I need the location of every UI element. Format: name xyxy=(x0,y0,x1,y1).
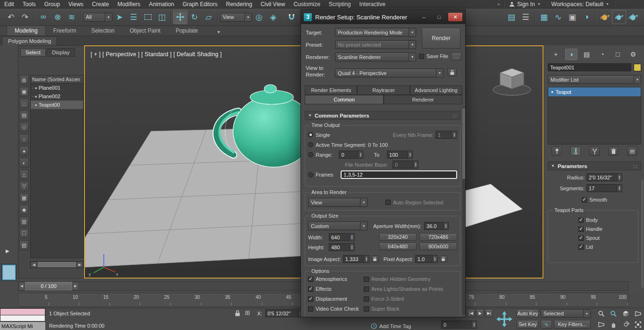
auto-key-button[interactable]: Auto Key xyxy=(517,309,539,318)
selection-lock-icon[interactable] xyxy=(234,310,241,317)
mini-curve-editor-icon[interactable]: ∿ xyxy=(541,320,552,329)
spinner-icon[interactable] xyxy=(364,255,369,262)
modify-tab-icon[interactable]: ◑ xyxy=(565,49,577,60)
height-field[interactable]: 480 xyxy=(329,243,355,251)
explorer-tool-icon[interactable]: ▥ xyxy=(19,217,29,227)
explorer-tool-icon[interactable]: ▽ xyxy=(19,181,29,191)
range-radio[interactable]: Range: xyxy=(308,152,332,158)
set-key-button[interactable]: Set Key xyxy=(517,320,539,329)
explorer-tool-icon[interactable]: ○ xyxy=(19,134,29,144)
display-tab-icon[interactable]: □ xyxy=(611,49,624,60)
explorer-tool-icon[interactable]: ☐ xyxy=(19,228,29,238)
radio-icon[interactable] xyxy=(308,152,313,157)
radius-field[interactable]: 2'0 16/32" xyxy=(586,173,622,181)
checkbox-icon[interactable] xyxy=(308,306,313,312)
command-panel-scrollbar[interactable] xyxy=(641,179,644,288)
explorer-tool-icon[interactable]: ▦ xyxy=(19,193,29,203)
goto-end-icon[interactable]: ▶| xyxy=(485,309,493,317)
aperture-field[interactable]: 36.0 xyxy=(424,222,449,230)
ribbon-tab[interactable]: Freeform xyxy=(46,26,84,35)
select-object-icon[interactable]: ➤ xyxy=(112,10,126,24)
auto-region-checkbox[interactable]: Auto Region Selected xyxy=(385,200,443,205)
resolution-preset-button[interactable]: 640x480 xyxy=(379,243,417,250)
checkbox-icon[interactable] xyxy=(308,296,313,302)
pan-icon[interactable] xyxy=(608,320,619,330)
show-end-result-icon[interactable] xyxy=(570,146,581,156)
fov-icon[interactable] xyxy=(595,320,607,330)
spinner-icon[interactable] xyxy=(349,244,354,251)
polygon-modeling-panel-tab[interactable]: Polygon Modeling xyxy=(2,36,57,45)
menu-item[interactable]: Civil View xyxy=(256,0,289,8)
spinner-icon[interactable] xyxy=(432,255,437,262)
close-icon[interactable]: ✕ xyxy=(448,13,462,21)
spinner-icon[interactable] xyxy=(443,222,448,229)
scrollbar-thumb[interactable] xyxy=(38,262,76,267)
select-by-name-icon[interactable]: ☰ xyxy=(126,10,141,24)
select-and-scale-icon[interactable]: ▱ xyxy=(201,10,216,24)
range-from-field[interactable]: 0 xyxy=(339,151,363,159)
menu-item[interactable]: Group xyxy=(40,0,64,8)
spinner-icon[interactable] xyxy=(617,185,622,192)
active-time-segment-radio[interactable]: Active Time Segment: xyxy=(308,142,366,148)
menu-item[interactable]: Scripting xyxy=(325,0,355,8)
hierarchy-tab-icon[interactable]: ▤ xyxy=(581,49,593,60)
select-and-move-icon[interactable] xyxy=(173,10,187,24)
select-and-rotate-icon[interactable]: ↻ xyxy=(187,10,201,24)
snap-toggle-icon[interactable] xyxy=(284,10,299,24)
orbit-icon[interactable] xyxy=(620,320,631,330)
next-frame-icon[interactable]: ▶ xyxy=(72,282,79,290)
view-cube[interactable] xyxy=(493,68,531,95)
menu-item[interactable]: Views xyxy=(64,0,88,8)
range-to-field[interactable]: 100 xyxy=(387,151,413,159)
key-filters-button[interactable]: Key Filters... xyxy=(554,320,591,329)
time-slider-thumb[interactable]: 0 / 100 xyxy=(25,282,72,290)
pin-stack-icon[interactable] xyxy=(552,146,562,156)
checkbox-icon[interactable] xyxy=(308,287,313,292)
option-checkbox[interactable]: Video Color Check xyxy=(308,306,364,312)
unlink-selection-icon[interactable]: ⊗ xyxy=(50,10,65,24)
toggle-ribbon-icon[interactable]: ▦ xyxy=(537,10,551,24)
window-crossing-icon[interactable]: ◫ xyxy=(155,10,169,24)
teapot-part-checkbox[interactable]: Spout xyxy=(578,235,635,241)
explorer-h-scrollbar[interactable]: ◀ ▶ xyxy=(30,261,84,268)
smooth-checkbox[interactable]: Smooth xyxy=(582,197,641,203)
navigation-cross-icon[interactable] xyxy=(494,309,514,330)
spinner-icon[interactable] xyxy=(413,161,418,168)
maximize-viewport-icon[interactable] xyxy=(632,320,644,330)
goto-start-icon[interactable]: |◀ xyxy=(467,309,475,317)
checkbox-icon[interactable] xyxy=(578,227,584,232)
width-field[interactable]: 640 xyxy=(329,233,355,241)
checkbox-icon[interactable] xyxy=(308,277,313,282)
toggle-scene-explorer-icon[interactable]: ▤ xyxy=(504,10,519,24)
parameters-rollout[interactable]: ▼ Parameters :: xyxy=(548,161,641,170)
object-color-swatch[interactable] xyxy=(634,64,641,71)
zoom-region-icon[interactable] xyxy=(632,309,644,319)
menu-item[interactable]: Customize xyxy=(289,0,325,8)
maximize-icon[interactable]: □ xyxy=(433,13,445,21)
modifier-stack-item[interactable]: ● Teapot xyxy=(548,87,641,96)
render-button[interactable]: Render xyxy=(422,28,460,49)
explorer-column-header[interactable]: Name (Sorted Ascen xyxy=(31,76,83,84)
renderer-dropdown[interactable]: Scanline Renderer xyxy=(335,52,416,61)
maxscript-listener-field[interactable] xyxy=(0,315,45,322)
explorer-row[interactable]: ◦ ● Plane001 xyxy=(31,84,83,92)
menu-item[interactable]: Create xyxy=(88,0,113,8)
create-tab-icon[interactable]: + xyxy=(550,49,562,60)
preset-dropdown[interactable]: No preset selected xyxy=(335,40,416,49)
view-to-render-dropdown[interactable]: Quad 4 - Perspective xyxy=(335,68,443,77)
visibility-dot-icon[interactable]: ◦ xyxy=(32,86,33,90)
resolution-preset-button[interactable]: 720x486 xyxy=(419,233,457,241)
frames-radio[interactable]: Frames xyxy=(308,172,333,178)
teapot-part-checkbox[interactable]: Handle xyxy=(578,226,635,232)
option-checkbox[interactable]: Atmospherics xyxy=(308,276,364,282)
save-file-checkbox[interactable]: Save File xyxy=(419,53,448,59)
spinner-icon[interactable] xyxy=(349,234,354,241)
ribbon-tab[interactable]: Selection xyxy=(84,26,122,35)
option-checkbox[interactable]: Area Lights/Shadows as Points xyxy=(364,286,457,292)
layer-manager-icon[interactable]: ☰ xyxy=(519,10,533,24)
zoom-icon[interactable] xyxy=(595,309,607,319)
reference-coordsys-dropdown[interactable]: View xyxy=(220,13,252,22)
maxscript-mini-listener-label[interactable]: MAXScript Mi xyxy=(0,322,45,330)
explorer-tool-icon[interactable]: ● xyxy=(19,146,29,156)
checkbox-icon[interactable] xyxy=(582,197,587,203)
